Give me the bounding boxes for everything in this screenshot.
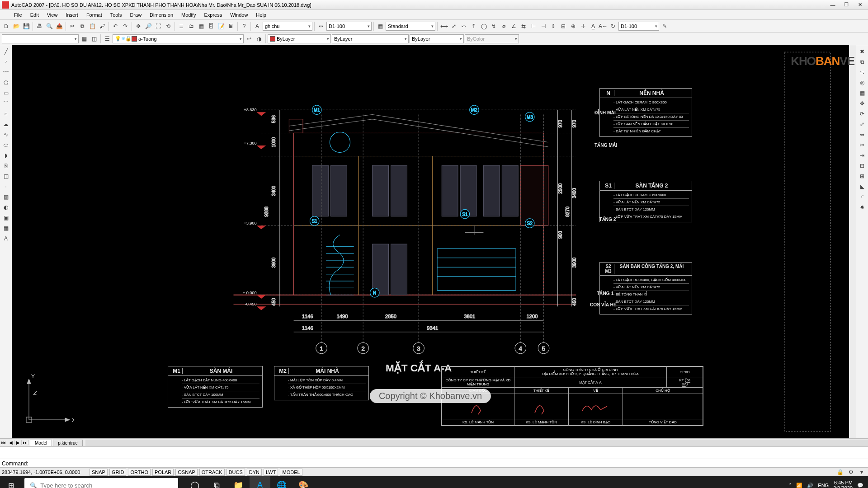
paste-icon[interactable]: 📋: [88, 22, 97, 31]
status-annovi-icon[interactable]: ⚙: [846, 468, 855, 477]
menu-dimension[interactable]: Dimension: [146, 11, 177, 19]
dimstyle2-combo[interactable]: D1-100: [618, 22, 659, 31]
dimsp-icon[interactable]: ⇕: [549, 22, 558, 31]
toggle-otrack[interactable]: OTRACK: [199, 469, 225, 476]
break-icon[interactable]: ⊟: [858, 161, 867, 170]
publish-icon[interactable]: 📤: [55, 22, 64, 31]
insert-icon[interactable]: ⎘: [1, 161, 10, 170]
match-icon[interactable]: 🖌: [98, 22, 107, 31]
menu-format[interactable]: Format: [82, 11, 106, 19]
move-icon[interactable]: ✥: [858, 99, 867, 108]
menu-express[interactable]: Express: [200, 11, 226, 19]
toggle-osnap[interactable]: OSNAP: [175, 469, 198, 476]
undo-icon[interactable]: ↶: [111, 22, 120, 31]
preview-icon[interactable]: 🔍: [45, 22, 54, 31]
revcloud-icon[interactable]: ☁: [1, 120, 10, 129]
rotate-icon[interactable]: ⟳: [858, 109, 867, 118]
redo-icon[interactable]: ↷: [121, 22, 130, 31]
explode-icon[interactable]: ✸: [858, 203, 867, 212]
dimed-icon[interactable]: A̲: [589, 22, 598, 31]
layerprev-icon[interactable]: ↩: [245, 34, 254, 43]
rect-icon[interactable]: ▭: [1, 89, 10, 98]
dimarc-icon[interactable]: ⤺: [459, 22, 468, 31]
layer-combo[interactable]: 💡❄🔓 a-Tuong: [113, 34, 244, 43]
toolpal-icon[interactable]: ▦: [197, 22, 206, 31]
table2-icon[interactable]: ▦: [1, 224, 10, 233]
dimbase-icon[interactable]: ⊢: [529, 22, 538, 31]
circle-icon[interactable]: ○: [1, 109, 10, 118]
minimize-button[interactable]: —: [826, 1, 839, 9]
scale-icon[interactable]: ⤢: [858, 120, 867, 129]
explorer-icon[interactable]: 📁: [228, 476, 249, 488]
qdim-icon[interactable]: ⇆: [519, 22, 528, 31]
dimted-icon[interactable]: A↔: [599, 22, 608, 31]
opt2-icon[interactable]: ◫: [90, 34, 99, 43]
region-icon[interactable]: ▣: [1, 213, 10, 222]
toggle-polar[interactable]: POLAR: [152, 469, 174, 476]
xline-icon[interactable]: ⟋: [1, 57, 10, 66]
chamfer-icon[interactable]: ◣: [858, 182, 867, 191]
dimrad-icon[interactable]: ◯: [479, 22, 488, 31]
unknown-combo[interactable]: [2, 34, 79, 43]
status-annoscale-icon[interactable]: 🔒: [835, 468, 844, 477]
toggle-dyn[interactable]: DYN: [247, 469, 262, 476]
gradient-icon[interactable]: ◐: [1, 203, 10, 212]
new-icon[interactable]: 🗋: [2, 22, 11, 31]
tray-chevron-icon[interactable]: ˄: [789, 483, 792, 488]
tab-layout1[interactable]: p.kientruc: [53, 440, 82, 446]
menu-tools[interactable]: Tools: [106, 11, 126, 19]
open-icon[interactable]: 📂: [12, 22, 21, 31]
toggle-grid[interactable]: GRID: [109, 469, 127, 476]
markup-icon[interactable]: 📝: [217, 22, 226, 31]
help-icon[interactable]: ?: [240, 22, 249, 31]
dimang-icon[interactable]: ∠: [509, 22, 518, 31]
chrome-icon[interactable]: 🌐: [271, 476, 292, 488]
join-icon[interactable]: ⊞: [858, 172, 867, 181]
menu-view[interactable]: View: [43, 11, 62, 19]
dimupd-icon[interactable]: ↻: [609, 22, 618, 31]
pan-icon[interactable]: ✥: [134, 22, 143, 31]
erase-icon[interactable]: ✖: [858, 47, 867, 56]
tray-lang[interactable]: ENG: [818, 483, 829, 488]
layermgr-icon[interactable]: ☰: [103, 34, 112, 43]
zoom-win-icon[interactable]: ⛶: [154, 22, 163, 31]
zoom-rt-icon[interactable]: 🔎: [144, 22, 153, 31]
tab-last[interactable]: ⏭: [22, 440, 29, 445]
tol-icon[interactable]: ⊕: [569, 22, 578, 31]
mtext-icon[interactable]: A: [1, 234, 10, 243]
tray-network-icon[interactable]: 📶: [796, 483, 802, 488]
point-icon[interactable]: ·: [1, 182, 10, 191]
dimlin-icon[interactable]: ⟷: [439, 22, 448, 31]
paint-icon[interactable]: 🎨: [293, 476, 314, 488]
copy2-icon[interactable]: ⧉: [858, 57, 867, 66]
linetype-combo[interactable]: ByLayer: [332, 34, 409, 43]
table-icon[interactable]: ▦: [376, 22, 385, 31]
dimbrk-icon[interactable]: ⊟: [559, 22, 568, 31]
color-combo[interactable]: ByLayer: [268, 34, 331, 43]
taskview-icon[interactable]: ⧉: [206, 476, 227, 488]
block-icon[interactable]: ◫: [1, 172, 10, 181]
status-tray-icon[interactable]: ▾: [857, 468, 866, 477]
opt1-icon[interactable]: ▦: [80, 34, 89, 43]
close-button[interactable]: ✕: [854, 1, 866, 9]
dimstyle-icon[interactable]: ✎: [660, 22, 669, 31]
dimord-icon[interactable]: ⤒: [469, 22, 478, 31]
menu-draw[interactable]: Draw: [126, 11, 146, 19]
tablestyle-combo[interactable]: Standard: [386, 22, 435, 31]
maximize-button[interactable]: ❐: [840, 1, 853, 9]
toggle-lwt[interactable]: LWT: [264, 469, 278, 476]
dimjog-icon[interactable]: ↯: [489, 22, 498, 31]
extend-icon[interactable]: ⇥: [858, 151, 867, 160]
menu-edit[interactable]: Edit: [26, 11, 43, 19]
polygon-icon[interactable]: ⬠: [1, 78, 10, 87]
save-icon[interactable]: 💾: [22, 22, 31, 31]
textstyle-combo[interactable]: ghichu: [263, 22, 312, 31]
dimali-icon[interactable]: ⤢: [449, 22, 458, 31]
menu-file[interactable]: File: [10, 11, 26, 19]
autocad-taskbar-icon[interactable]: A: [250, 476, 270, 488]
tray-volume-icon[interactable]: 🔊: [807, 483, 813, 488]
toggle-snap[interactable]: SNAP: [90, 469, 108, 476]
toggle-ducs[interactable]: DUCS: [226, 469, 245, 476]
stretch-icon[interactable]: ⇔: [858, 130, 867, 139]
menu-insert[interactable]: Insert: [61, 11, 82, 19]
